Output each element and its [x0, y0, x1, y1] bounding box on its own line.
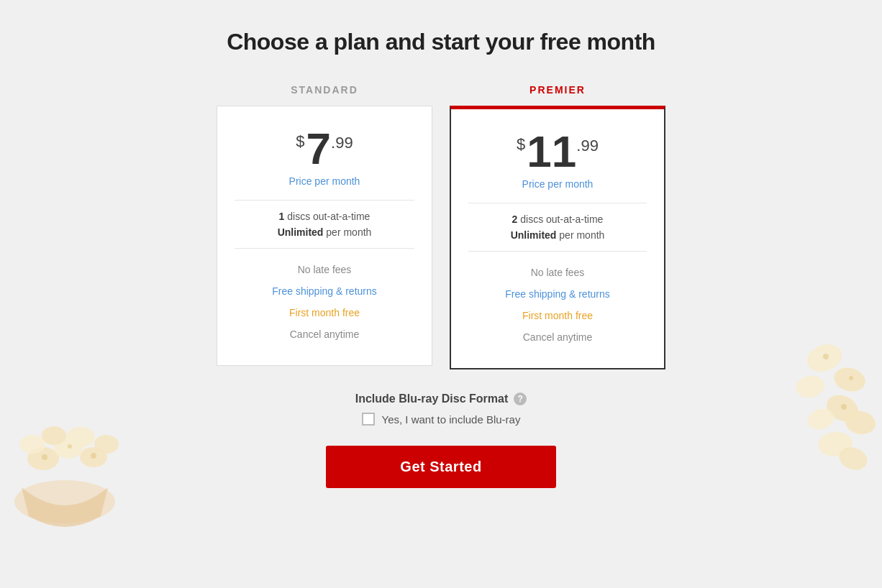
svg-point-4: [19, 435, 45, 454]
standard-disc-info: 1 discs out-at-a-time: [235, 211, 414, 222]
premier-unlimited-suffix: per month: [556, 229, 604, 241]
bluray-help-icon[interactable]: ?: [514, 392, 527, 405]
svg-point-19: [823, 354, 829, 359]
bluray-checkbox[interactable]: [362, 413, 375, 426]
standard-feature-list: No late fees Free shipping & returns Fir…: [235, 259, 414, 345]
premier-feature-cancel: Cancel anytime: [468, 326, 647, 348]
svg-point-13: [794, 374, 827, 400]
premier-disc-info: 2 discs out-at-a-time: [468, 213, 647, 225]
svg-point-6: [66, 427, 95, 447]
svg-point-5: [42, 426, 66, 445]
bluray-checkbox-row: Yes, I want to include Blu-ray: [362, 413, 521, 426]
bluray-checkbox-label[interactable]: Yes, I want to include Blu-ray: [382, 413, 521, 426]
standard-disc-label: discs out-at-a-time: [284, 211, 370, 222]
standard-plan-label: STANDARD: [291, 81, 358, 98]
standard-plan-card[interactable]: $ 7 .99 Price per month 1 discs out-at-a…: [217, 106, 432, 366]
premier-price-cents: .99: [576, 137, 599, 155]
svg-point-8: [42, 454, 47, 460]
standard-feature-no-late-fees: No late fees: [235, 259, 414, 280]
premier-divider-2: [468, 251, 647, 252]
standard-divider-1: [235, 200, 414, 201]
premier-price-per-month: Price per month: [468, 178, 647, 190]
premier-divider-1: [468, 203, 647, 203]
svg-point-20: [849, 376, 853, 380]
standard-divider-2: [235, 248, 414, 249]
standard-price-per-month: Price per month: [235, 175, 414, 187]
standard-feature-cancel: Cancel anytime: [235, 323, 414, 345]
plans-container: STANDARD $ 7 .99 Price per month 1 discs…: [208, 81, 674, 369]
premier-feature-list: No late fees Free shipping & returns Fir…: [468, 262, 647, 348]
standard-feature-free-shipping: Free shipping & returns: [235, 280, 414, 302]
standard-unlimited-suffix: per month: [323, 226, 371, 238]
standard-unlimited-word: Unlimited: [278, 226, 324, 238]
premier-unlimited-word: Unlimited: [511, 229, 557, 241]
standard-price-cents: .99: [331, 134, 353, 152]
premier-plan-label: PREMIER: [529, 81, 586, 98]
bluray-label-row: Include Blu-ray Disc Format ?: [355, 392, 527, 405]
premier-feature-no-late-fees: No late fees: [468, 262, 647, 283]
popcorn-left-decoration: [0, 293, 158, 545]
get-started-button[interactable]: Get Started: [326, 446, 556, 488]
premier-price-main: 11: [527, 129, 576, 174]
premier-feature-first-month: First month free: [468, 305, 647, 326]
popcorn-right-decoration: [709, 300, 882, 516]
premier-price-row: $ 11 .99: [468, 129, 647, 174]
premier-disc-label: discs out-at-a-time: [517, 213, 603, 225]
premier-plan-wrapper: PREMIER $ 11 .99 Price per month 2 discs…: [450, 81, 665, 369]
premier-plan-card[interactable]: $ 11 .99 Price per month 2 discs out-at-…: [450, 106, 665, 369]
standard-price-main: 7: [306, 127, 331, 171]
svg-point-21: [841, 404, 847, 410]
svg-point-9: [68, 444, 72, 449]
standard-price-row: $ 7 .99: [235, 127, 414, 171]
standard-unlimited-row: Unlimited per month: [235, 226, 414, 238]
standard-feature-first-month: First month free: [235, 302, 414, 323]
premier-feature-free-shipping: Free shipping & returns: [468, 283, 647, 305]
bluray-title: Include Blu-ray Disc Format: [355, 392, 509, 405]
svg-point-7: [94, 435, 119, 454]
premier-unlimited-row: Unlimited per month: [468, 229, 647, 241]
premier-price-dollar: $: [517, 135, 525, 154]
standard-plan-wrapper: STANDARD $ 7 .99 Price per month 1 discs…: [217, 81, 432, 366]
svg-point-10: [91, 453, 96, 459]
page-title: Choose a plan and start your free month: [227, 29, 655, 55]
standard-price-dollar: $: [296, 132, 304, 151]
bluray-section: Include Blu-ray Disc Format ? Yes, I wan…: [355, 392, 527, 426]
